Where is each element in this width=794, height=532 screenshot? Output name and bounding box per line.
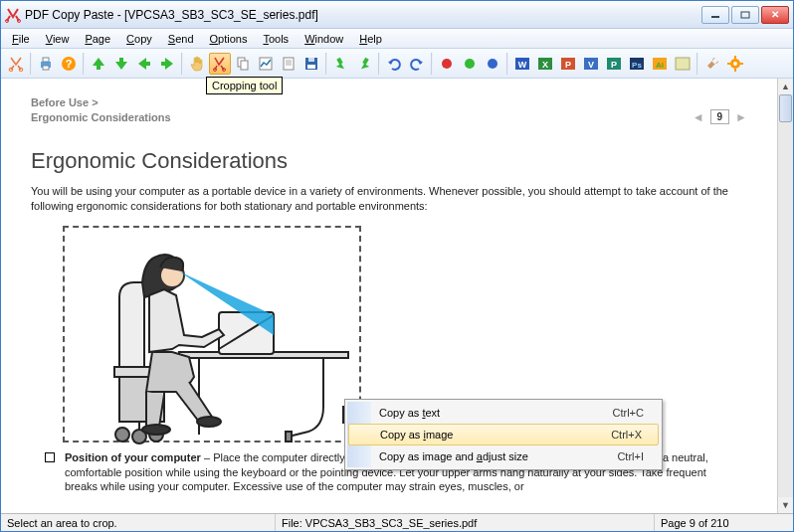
dot-green-icon[interactable] [459,53,481,75]
svg-rect-50 [286,432,292,442]
titlebar: PDF Copy Paste - [VPCSA3_SB3_SC3_SE_seri… [1,1,793,29]
page-icon[interactable] [278,53,299,75]
svg-point-25 [488,59,497,69]
svg-text:V: V [588,60,594,70]
dot-red-icon[interactable] [436,53,458,75]
crop-selection[interactable] [63,226,361,443]
menu-file[interactable]: File [5,31,37,47]
undo-icon[interactable] [383,53,405,75]
svg-text:Ai: Ai [656,61,664,70]
context-menu: Copy as textCtrl+C Copy as imageCtrl+X C… [344,399,663,470]
svg-text:X: X [542,60,548,70]
rotate-left-icon[interactable] [330,53,352,75]
svg-text:P: P [565,60,571,70]
menu-help[interactable]: Help [352,31,389,47]
svg-rect-43 [734,56,736,59]
word-icon[interactable]: W [511,53,533,75]
excel-icon[interactable]: X [534,53,556,75]
statusbar: Select an area to crop. File: VPCSA3_SB3… [1,513,793,531]
status-file: File: VPCSA3_SB3_SC3_SE_series.pdf [275,514,483,531]
svg-rect-16 [284,58,294,70]
ctx-copy-text[interactable]: Copy as textCtrl+C [347,402,660,424]
dot-blue-icon[interactable] [482,53,503,75]
svg-rect-8 [43,66,49,70]
menu-tools[interactable]: Tools [256,31,296,47]
menu-options[interactable]: Options [203,31,255,47]
shortcut: Ctrl+C [613,407,644,419]
menubar: File View Page Copy Send Options Tools W… [1,29,793,49]
bullet-box-icon [45,452,55,462]
svg-rect-44 [734,69,736,72]
svg-rect-7 [43,58,49,62]
chevron-right-icon[interactable]: ► [735,110,747,124]
help-icon[interactable]: ? [58,53,80,75]
scissors-icon[interactable] [5,53,27,75]
svg-point-57 [115,428,129,442]
visio-icon[interactable]: V [580,53,602,75]
scroll-up-icon[interactable]: ▲ [778,79,793,94]
wrench-icon[interactable] [701,53,723,75]
svg-rect-22 [308,58,314,62]
svg-text:?: ? [66,58,73,70]
photoshop-icon[interactable]: Ps [626,53,648,75]
svg-point-61 [142,425,170,435]
scroll-down-icon[interactable]: ▼ [778,497,793,513]
document-area[interactable]: Before Use > Ergonomic Considerations ◄ … [1,79,777,513]
arrow-up-icon[interactable] [88,53,109,75]
arrow-right-icon[interactable] [156,53,178,75]
publisher-icon[interactable]: P [603,53,625,75]
bullet-title: Position of your computer [65,451,201,463]
svg-point-23 [442,59,452,69]
breadcrumb-1: Before Use > [31,96,747,108]
powerpoint-icon[interactable]: P [557,53,579,75]
chevron-left-icon[interactable]: ◄ [693,110,704,124]
tooltip: Cropping tool [206,77,283,94]
illustrator-icon[interactable]: Ai [649,53,671,75]
scroll-thumb[interactable] [779,94,792,122]
menu-view[interactable]: View [39,31,77,47]
menu-window[interactable]: Window [298,31,350,47]
status-page: Page 9 of 210 [654,514,793,531]
svg-text:Ps: Ps [632,61,642,70]
arrow-left-icon[interactable] [133,53,155,75]
scroll-track[interactable] [778,94,793,497]
svg-point-62 [197,417,221,427]
menu-send[interactable]: Send [161,31,201,47]
svg-rect-40 [676,58,690,70]
app-icon-other[interactable] [672,53,694,75]
svg-rect-46 [740,63,743,65]
svg-rect-45 [727,63,730,65]
menu-page[interactable]: Page [78,31,117,47]
gear-icon[interactable] [724,53,746,75]
minimize-button[interactable] [701,6,729,24]
breadcrumb-2: Ergonomic Considerations [31,111,171,123]
crop-icon[interactable] [209,53,231,75]
maximize-button[interactable] [731,6,759,24]
rotate-right-icon[interactable] [353,53,375,75]
chart-icon[interactable] [255,53,277,75]
pager: ◄ 9 ► [693,109,747,124]
shortcut: Ctrl+I [617,450,644,462]
shortcut: Ctrl+X [611,429,642,441]
window-title: PDF Copy Paste - [VPCSA3_SB3_SC3_SE_seri… [25,8,701,22]
print-icon[interactable] [35,53,57,75]
svg-point-24 [465,59,475,69]
scrollbar[interactable]: ▲ ▼ [777,79,793,513]
arrow-down-icon[interactable] [110,53,132,75]
app-icon [5,7,21,23]
save-icon[interactable] [300,53,322,75]
ctx-copy-image-adjust[interactable]: Copy as image and adjust sizeCtrl+I [347,445,660,467]
svg-text:P: P [611,60,617,70]
close-button[interactable]: ✕ [761,6,789,24]
svg-point-42 [733,62,737,66]
svg-rect-21 [307,65,315,69]
copy-icon[interactable] [232,53,254,75]
page-title: Ergonomic Considerations [31,148,747,174]
svg-rect-3 [741,12,749,18]
menu-copy[interactable]: Copy [119,31,159,47]
hand-icon[interactable] [186,53,208,75]
intro-text: You will be using your computer as a por… [31,184,747,214]
redo-icon[interactable] [406,53,428,75]
svg-text:W: W [518,60,527,70]
ctx-copy-image[interactable]: Copy as imageCtrl+X [348,424,659,445]
